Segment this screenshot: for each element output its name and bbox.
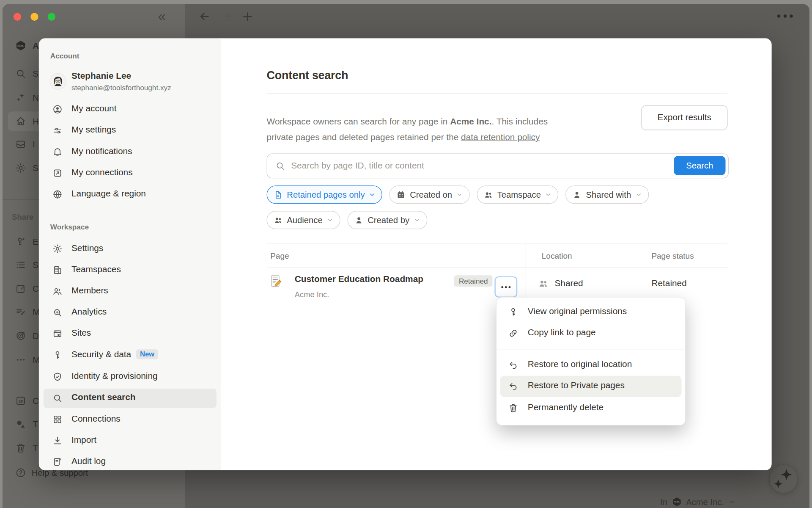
calendar-icon: 20 bbox=[15, 395, 27, 406]
filter-teamspace[interactable]: Teamspace bbox=[477, 185, 559, 204]
screen: « ACME A S N H I bbox=[0, 0, 812, 508]
row-more-options-button[interactable] bbox=[494, 276, 517, 298]
svg-text:ACME: ACME bbox=[17, 44, 24, 47]
menu-item-view-original-permissions[interactable]: View original permissions bbox=[497, 302, 685, 323]
bg-workspace-scope: In ACME Acme Inc. bbox=[660, 497, 735, 507]
settings-modal: Account Stephanie Lee stephanie@toolsfor… bbox=[39, 39, 772, 470]
sidebar-item-analytics[interactable]: Analytics bbox=[39, 302, 221, 323]
grid-icon bbox=[52, 414, 63, 424]
home-icon bbox=[15, 116, 27, 127]
chevron-down-icon bbox=[369, 191, 376, 198]
filter-created-by[interactable]: Created by bbox=[347, 211, 427, 229]
filter-retained-pages-only[interactable]: Retained pages only bbox=[267, 185, 383, 204]
bulleted-list-icon bbox=[15, 259, 27, 271]
window-close-button[interactable] bbox=[14, 13, 21, 21]
data-retention-policy-link[interactable]: data retention policy bbox=[461, 132, 540, 142]
content-search-panel: Content search Workspace owners can sear… bbox=[221, 39, 772, 470]
user-email: stephanie@toolsforthought.xyz bbox=[71, 83, 171, 92]
column-header-location: Location bbox=[542, 251, 572, 261]
sidebar-item-members[interactable]: Members bbox=[39, 281, 221, 302]
filter-created-on[interactable]: Created on bbox=[390, 185, 469, 204]
filter-audience[interactable]: Audience bbox=[267, 211, 340, 229]
sidebar-item-my-account[interactable]: My account bbox=[39, 99, 221, 120]
search-input[interactable] bbox=[290, 154, 655, 178]
search-button[interactable]: Search bbox=[674, 156, 725, 175]
sparkles-icon bbox=[770, 465, 798, 493]
sidebar-item-identity-provisioning[interactable]: Identity & provisioning bbox=[39, 367, 221, 388]
chevron-down-icon bbox=[728, 498, 735, 505]
scroll-icon bbox=[52, 457, 63, 467]
filter-shared-with[interactable]: Shared with bbox=[566, 185, 649, 204]
sidebar-item-teamspaces[interactable]: Teamspaces bbox=[39, 260, 221, 281]
people-icon bbox=[52, 286, 63, 296]
page-title-cell: Customer Education Roadmap bbox=[295, 274, 423, 284]
doc-pen-icon bbox=[15, 306, 27, 318]
sidebar-item-audit-log[interactable]: Audit log bbox=[39, 452, 221, 470]
download-icon bbox=[52, 436, 63, 446]
bg-share-section-label: Share bbox=[12, 213, 33, 221]
person-icon bbox=[354, 215, 363, 225]
content-search-bar: Search bbox=[267, 153, 729, 178]
sidebar-item-language-region[interactable]: Language & region bbox=[39, 184, 221, 205]
chevron-down-icon bbox=[456, 191, 463, 198]
trash-icon bbox=[15, 442, 27, 453]
menu-item-copy-link[interactable]: Copy link to page bbox=[497, 323, 685, 344]
bg-suggested-tab: Suggested for you bbox=[255, 497, 484, 508]
search-icon bbox=[52, 393, 63, 403]
filter-row-2: Audience Created by bbox=[267, 211, 427, 229]
settings-sidebar: Account Stephanie Lee stephanie@toolsfor… bbox=[39, 39, 222, 470]
memo-page-icon bbox=[269, 274, 283, 288]
svg-text:20: 20 bbox=[19, 399, 23, 403]
people-icon bbox=[274, 215, 283, 225]
sidebar-item-sites[interactable]: Sites bbox=[39, 323, 221, 345]
window-minimize-button[interactable] bbox=[30, 13, 38, 21]
bell-icon bbox=[52, 147, 63, 157]
sidebar-item-import[interactable]: Import bbox=[39, 430, 221, 451]
pin-icon bbox=[255, 497, 411, 508]
back-arrow-icon bbox=[198, 10, 211, 22]
sidebar-user-row[interactable]: Stephanie Lee stephanie@toolsforthought.… bbox=[39, 67, 221, 97]
menu-item-restore-private-pages[interactable]: Restore to Private pages bbox=[497, 376, 685, 397]
column-header-page-status: Page status bbox=[651, 251, 694, 261]
sidebar-item-my-connections[interactable]: My connections bbox=[39, 163, 221, 184]
acme-logo-icon: ACME bbox=[672, 497, 682, 507]
account-section-label: Account bbox=[50, 52, 80, 60]
search-icon bbox=[15, 68, 27, 79]
workspace-name-bold: Acme Inc. bbox=[450, 117, 491, 127]
menu-item-restore-original-location[interactable]: Restore to original location bbox=[497, 355, 685, 376]
sidebar-item-content-search[interactable]: Content search bbox=[39, 388, 221, 409]
calendar-icon bbox=[396, 190, 406, 199]
sliders-icon bbox=[52, 125, 63, 135]
sparkles-icon bbox=[15, 92, 27, 103]
search-icon bbox=[275, 161, 285, 171]
restore-arrow-icon bbox=[508, 360, 518, 370]
key-icon bbox=[52, 350, 63, 360]
user-name: Stephanie Lee bbox=[71, 71, 131, 81]
sidebar-item-my-settings[interactable]: My settings bbox=[39, 120, 221, 141]
sidebar-item-security-data[interactable]: Security & dataNew bbox=[39, 345, 221, 366]
gear-icon bbox=[15, 162, 27, 174]
question-icon bbox=[15, 467, 27, 478]
sidebar-item-settings[interactable]: Settings bbox=[39, 238, 221, 260]
globe-icon bbox=[52, 189, 63, 199]
forward-arrow-icon bbox=[220, 10, 232, 22]
key-icon bbox=[508, 307, 518, 317]
page-title: Content search bbox=[267, 69, 348, 83]
shared-people-icon bbox=[538, 279, 548, 289]
chevron-down-icon bbox=[414, 217, 420, 224]
person-circle-icon bbox=[52, 104, 63, 114]
acme-logo-icon: ACME bbox=[15, 40, 27, 51]
sidebar-collapse-icon: « bbox=[158, 8, 165, 25]
menu-item-permanently-delete[interactable]: Permanently delete bbox=[497, 398, 685, 419]
window-zoom-button[interactable] bbox=[48, 13, 55, 21]
target-icon bbox=[15, 330, 27, 342]
page-status-cell: Retained bbox=[651, 279, 686, 289]
compose-icon bbox=[15, 283, 27, 295]
window-more-options-icon bbox=[777, 14, 793, 17]
trash-icon bbox=[508, 403, 518, 413]
export-results-button[interactable]: Export results bbox=[641, 105, 727, 130]
sidebar-item-my-notifications[interactable]: My notifications bbox=[39, 141, 221, 163]
building-icon bbox=[52, 265, 63, 275]
sidebar-item-connections[interactable]: Connections bbox=[39, 409, 221, 430]
shapes-icon bbox=[15, 418, 27, 430]
